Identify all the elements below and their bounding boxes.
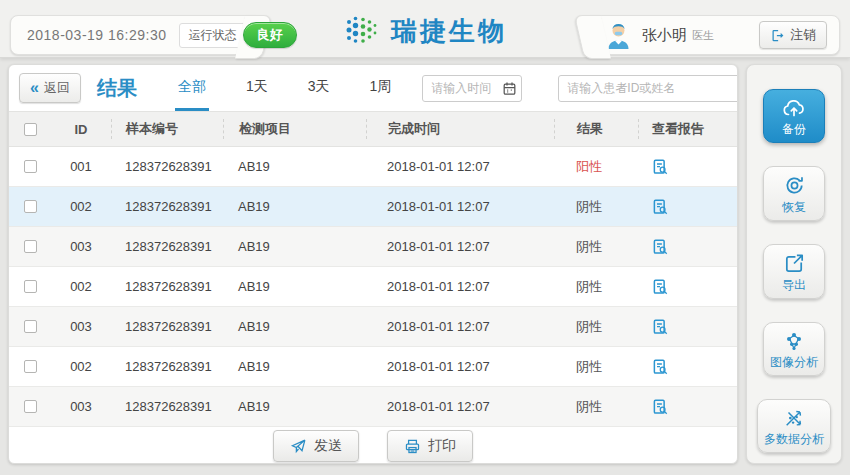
print-button[interactable]: 打印 bbox=[387, 430, 473, 462]
send-button[interactable]: 发送 bbox=[273, 430, 359, 462]
cell-sample: 128372628391 bbox=[111, 279, 223, 294]
cell-time: 2018-01-01 12:07 bbox=[366, 239, 554, 254]
action-sidebar: 备份 恢复 导出 图像分析 bbox=[746, 64, 842, 464]
cell-id: 002 bbox=[51, 359, 111, 374]
table-footer: 发送 打印 bbox=[9, 427, 737, 464]
logo-dots-icon bbox=[343, 13, 379, 49]
cell-time: 2018-01-01 12:07 bbox=[366, 359, 554, 374]
image-analysis-label: 图像分析 bbox=[770, 355, 818, 369]
back-label: 返回 bbox=[44, 79, 70, 97]
table-row[interactable]: 001 128372628391 AB19 2018-01-01 12:07 阳… bbox=[9, 147, 737, 187]
table-row[interactable]: 003 128372628391 AB19 2018-01-01 12:07 阴… bbox=[9, 227, 737, 267]
row-checkbox[interactable] bbox=[24, 280, 37, 293]
column-header-result: 结果 bbox=[554, 119, 638, 139]
export-icon bbox=[783, 252, 806, 275]
cell-result: 阴性 bbox=[554, 278, 638, 296]
row-checkbox[interactable] bbox=[24, 160, 37, 173]
filter-bar: « 返回 结果 全部 1天 3天 1周 bbox=[9, 65, 737, 111]
cell-result: 阳性 bbox=[554, 158, 638, 176]
view-report-button[interactable] bbox=[651, 358, 669, 376]
export-label: 导出 bbox=[782, 278, 806, 292]
cell-id: 003 bbox=[51, 239, 111, 254]
page-title: 结果 bbox=[97, 75, 137, 102]
report-icon bbox=[651, 158, 669, 176]
restore-button[interactable]: 恢复 bbox=[763, 166, 825, 221]
cell-sample: 128372628391 bbox=[111, 399, 223, 414]
report-icon bbox=[651, 238, 669, 256]
view-report-button[interactable] bbox=[651, 318, 669, 336]
image-analysis-button[interactable]: 图像分析 bbox=[763, 322, 825, 376]
select-all-checkbox[interactable] bbox=[24, 123, 37, 136]
cell-sample: 128372628391 bbox=[111, 199, 223, 214]
user-name: 张小明 bbox=[642, 26, 687, 45]
status-badge: 良好 bbox=[243, 22, 297, 48]
view-report-button[interactable] bbox=[651, 278, 669, 296]
cell-item: AB19 bbox=[223, 319, 366, 334]
backup-button[interactable]: 备份 bbox=[763, 89, 825, 143]
table-row[interactable]: 002 128372628391 AB19 2018-01-01 12:07 阴… bbox=[9, 187, 737, 227]
back-button[interactable]: « 返回 bbox=[19, 73, 81, 103]
user-role: 医生 bbox=[692, 28, 714, 43]
table-row[interactable]: 002 128372628391 AB19 2018-01-01 12:07 阴… bbox=[9, 267, 737, 307]
status-group: 运行状态 良好 bbox=[179, 22, 297, 48]
row-checkbox[interactable] bbox=[24, 320, 37, 333]
tab-1-week[interactable]: 1周 bbox=[367, 65, 395, 111]
report-icon bbox=[651, 198, 669, 216]
brand-name: 瑞捷生物 bbox=[391, 14, 507, 49]
tab-all[interactable]: 全部 bbox=[175, 65, 209, 111]
send-label: 发送 bbox=[314, 437, 342, 455]
cell-id: 003 bbox=[51, 399, 111, 414]
brand-logo: 瑞捷生物 bbox=[343, 13, 507, 49]
cell-result: 阴性 bbox=[554, 358, 638, 376]
table-row[interactable]: 003 128372628391 AB19 2018-01-01 12:07 阴… bbox=[9, 387, 737, 427]
cell-sample: 128372628391 bbox=[111, 359, 223, 374]
user-card: 张小明 医生 注销 bbox=[590, 15, 840, 55]
status-label: 运行状态 bbox=[179, 23, 248, 48]
view-report-button[interactable] bbox=[651, 198, 669, 216]
cell-item: AB19 bbox=[223, 399, 366, 414]
view-report-button[interactable] bbox=[651, 238, 669, 256]
header-checkbox-cell bbox=[9, 119, 51, 139]
multi-data-analysis-button[interactable]: 多数据分析 bbox=[757, 399, 831, 453]
table-row[interactable]: 002 128372628391 AB19 2018-01-01 12:07 阴… bbox=[9, 347, 737, 387]
cell-item: AB19 bbox=[223, 279, 366, 294]
cell-time: 2018-01-01 12:07 bbox=[366, 279, 554, 294]
row-checkbox[interactable] bbox=[24, 360, 37, 373]
cell-result: 阴性 bbox=[554, 198, 638, 216]
export-button[interactable]: 导出 bbox=[763, 244, 825, 299]
restore-label: 恢复 bbox=[782, 200, 806, 214]
table-row[interactable]: 003 128372628391 AB19 2018-01-01 12:07 阴… bbox=[9, 307, 737, 347]
table-header: ID 样本编号 检测项目 完成时间 结果 查看报告 bbox=[9, 111, 737, 147]
cell-time: 2018-01-01 12:07 bbox=[366, 159, 554, 174]
view-report-button[interactable] bbox=[651, 398, 669, 416]
row-checkbox[interactable] bbox=[24, 240, 37, 253]
backup-cloud-icon bbox=[782, 97, 806, 119]
top-header-band: 2018-03-19 16:29:30 运行状态 良好 瑞捷生物 bbox=[0, 0, 850, 58]
system-status-card: 2018-03-19 16:29:30 运行状态 良好 bbox=[10, 15, 256, 55]
tab-1-day[interactable]: 1天 bbox=[243, 65, 271, 111]
results-panel: « 返回 结果 全部 1天 3天 1周 bbox=[8, 64, 738, 464]
view-report-button[interactable] bbox=[651, 158, 669, 176]
calendar-icon[interactable] bbox=[502, 81, 517, 96]
cell-result: 阴性 bbox=[554, 238, 638, 256]
patient-search-input[interactable] bbox=[558, 75, 738, 102]
column-header-report: 查看报告 bbox=[638, 119, 737, 139]
column-header-sample: 样本编号 bbox=[111, 119, 223, 139]
time-input-wrap bbox=[422, 75, 522, 102]
tab-3-days[interactable]: 3天 bbox=[305, 65, 333, 111]
patient-input-wrap bbox=[558, 75, 738, 102]
report-icon bbox=[651, 358, 669, 376]
column-header-id: ID bbox=[51, 119, 111, 139]
column-header-item: 检测项目 bbox=[223, 119, 366, 139]
send-plane-icon bbox=[290, 438, 307, 455]
system-datetime: 2018-03-19 16:29:30 bbox=[27, 27, 167, 43]
report-icon bbox=[651, 398, 669, 416]
row-checkbox[interactable] bbox=[24, 200, 37, 213]
multi-data-analysis-icon bbox=[782, 407, 806, 429]
cell-sample: 128372628391 bbox=[111, 159, 223, 174]
cell-time: 2018-01-01 12:07 bbox=[366, 399, 554, 414]
row-checkbox[interactable] bbox=[24, 400, 37, 413]
backup-label: 备份 bbox=[782, 122, 806, 136]
logout-button[interactable]: 注销 bbox=[759, 21, 827, 49]
cell-result: 阴性 bbox=[554, 398, 638, 416]
